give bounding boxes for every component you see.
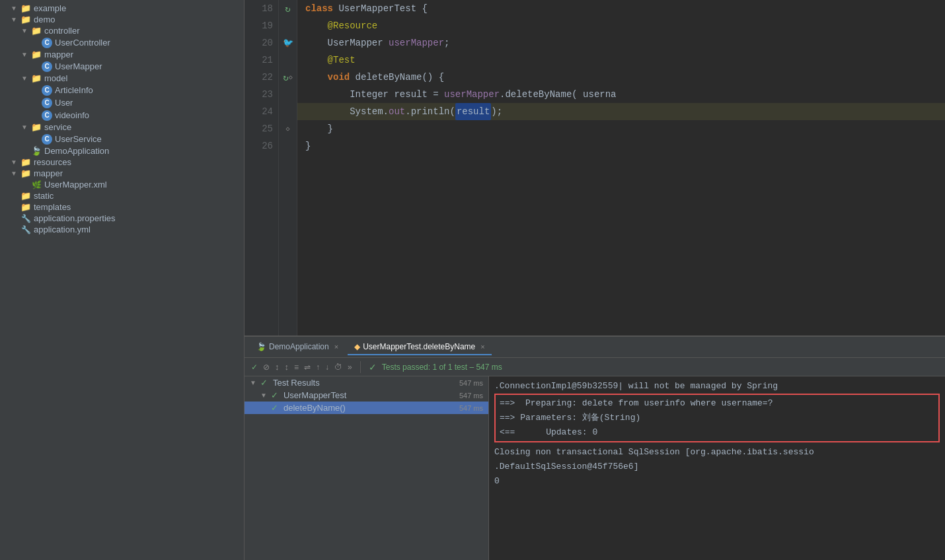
sidebar-item-ArticleInfo[interactable]: CArticleInfo xyxy=(0,84,244,96)
sidebar-item-UserController[interactable]: CUserController xyxy=(0,36,244,49)
main-area: ▼📁example▼📁demo▼📁controllerCUserControll… xyxy=(0,0,945,560)
sidebar-item-mapper-res[interactable]: ▼📁mapper xyxy=(0,168,244,179)
code-segment: userMapper xyxy=(444,86,500,103)
sidebar-item-mapper[interactable]: ▼📁mapper xyxy=(0,49,244,60)
sidebar-item-application.yml[interactable]: 🔧application.yml xyxy=(0,224,244,235)
console-line-l6: .DefaultSqlSession@45f756e6] xyxy=(494,460,940,474)
code-segment: Integer result = xyxy=(305,86,444,103)
gutter: ↻🐦↻◇◇ xyxy=(279,0,297,335)
line-number-26: 26 xyxy=(250,137,273,155)
sidebar-item-resources[interactable]: ▼📁resources xyxy=(0,157,244,168)
sidebar-item-example[interactable]: ▼📁example xyxy=(0,3,244,14)
code-segment xyxy=(305,17,328,34)
tab-UserMapperTest.deleteByName[interactable]: ◆UserMapperTest.deleteByName× xyxy=(348,339,492,355)
java-class-icon: C xyxy=(41,85,53,96)
test-arrow: ▼ xyxy=(250,379,256,386)
code-segment: ; xyxy=(444,34,449,52)
sidebar-item-static[interactable]: 📁static xyxy=(0,190,244,201)
tab-label: UserMapperTest.deleteByName xyxy=(363,342,475,351)
folder-icon: 📁 xyxy=(20,202,32,212)
tb-down-icon[interactable]: ↓ xyxy=(325,363,329,372)
folder-icon: 📁 xyxy=(30,50,42,59)
java-class-icon: C xyxy=(41,110,53,121)
tree-label: videoinfo xyxy=(55,110,89,120)
code-line-19: @Resource xyxy=(297,17,945,34)
run-gutter-icon[interactable]: ↻ xyxy=(283,72,288,83)
gutter-cell-22: ↻◇ xyxy=(279,69,297,86)
code-line-23: Integer result = userMapper.deleteByName… xyxy=(297,86,945,103)
arrow-gutter-icon: ◇ xyxy=(285,125,289,133)
sidebar-item-UserService[interactable]: CUserService xyxy=(0,133,244,145)
tab-close-icon[interactable]: × xyxy=(334,343,338,351)
code-segment: } xyxy=(305,120,333,137)
sidebar-item-templates[interactable]: 📁templates xyxy=(0,201,244,213)
code-segment: UserMapper xyxy=(305,34,389,52)
tb-split-icon[interactable]: ⇌ xyxy=(304,363,311,372)
java-class-icon: C xyxy=(41,133,53,145)
tb-sort1-icon[interactable]: ↕ xyxy=(275,362,280,372)
console-line-l1: .ConnectionImpl@59b32559| will not be ma… xyxy=(494,379,940,394)
sidebar-item-DemoApplication[interactable]: 🍃DemoApplication xyxy=(0,145,244,157)
line-number-21: 21 xyxy=(250,52,273,69)
sidebar-item-controller[interactable]: ▼📁controller xyxy=(0,25,244,36)
tree-label: model xyxy=(44,73,67,83)
yaml-icon: 🔧 xyxy=(20,225,32,234)
test-node-root[interactable]: ▼✓Test Results547 ms xyxy=(245,376,488,389)
tb-sort2-icon[interactable]: ↕ xyxy=(285,362,289,372)
folder-icon: 📁 xyxy=(30,73,42,83)
tree-arrow: ▼ xyxy=(11,158,20,166)
console-line-l3: ==> Parameters: 刘备(String) xyxy=(500,411,934,425)
test-pass-icon: ✓ xyxy=(369,362,377,372)
test-duration: 547 ms xyxy=(459,392,486,400)
run-gutter-icon[interactable]: ↻ xyxy=(285,3,290,15)
line-number-24: 24 xyxy=(250,103,273,120)
code-line-20: UserMapper userMapper; xyxy=(297,34,945,52)
tab-close-icon[interactable]: × xyxy=(480,343,484,351)
test-label: deleteByName() xyxy=(284,403,346,413)
gutter-cell-20: 🐦 xyxy=(279,34,297,52)
test-arrow: ▼ xyxy=(260,392,267,399)
tab-test-icon: ◆ xyxy=(354,342,360,351)
test-duration: 547 ms xyxy=(459,404,486,412)
tree-arrow: ▼ xyxy=(11,5,20,12)
tb-more-icon[interactable]: » xyxy=(348,363,352,372)
sidebar-item-UserMapper[interactable]: CUserMapper xyxy=(0,60,244,73)
tb-align-icon[interactable]: ≡ xyxy=(294,363,299,372)
code-segment: class xyxy=(305,0,333,17)
tb-stop-icon[interactable]: ⊘ xyxy=(263,363,270,372)
tree-label: controller xyxy=(44,26,79,36)
sidebar-item-videoinfo[interactable]: Cvideoinfo xyxy=(0,109,244,122)
sidebar-item-demo[interactable]: ▼📁demo xyxy=(0,14,244,25)
folder-icon: 📁 xyxy=(20,157,32,167)
test-check-icon: ✓ xyxy=(271,390,278,400)
tree-label: mapper xyxy=(34,168,63,178)
test-node-deleteByName[interactable]: ✓deleteByName()547 ms xyxy=(245,402,488,414)
test-check-icon: ✓ xyxy=(260,378,268,388)
code-lines: class UserMapperTest { @Resource UserMap… xyxy=(297,0,945,335)
test-node-UserMapperTest[interactable]: ▼✓UserMapperTest547 ms xyxy=(245,389,488,402)
project-sidebar: ▼📁example▼📁demo▼📁controllerCUserControll… xyxy=(0,0,245,560)
code-segment: System. xyxy=(305,103,389,120)
tb-check-icon[interactable]: ✓ xyxy=(251,363,258,372)
tab-DemoApplication[interactable]: 🍃DemoApplication× xyxy=(250,339,345,355)
sidebar-item-application.properties[interactable]: 🔧application.properties xyxy=(0,213,244,224)
test-label: UserMapperTest xyxy=(284,390,346,400)
sidebar-item-User[interactable]: CUser xyxy=(0,96,244,109)
tree-arrow: ▼ xyxy=(11,170,20,177)
sidebar-item-service[interactable]: ▼📁service xyxy=(0,122,244,133)
gutter-cell-26 xyxy=(279,137,297,155)
properties-icon: 🔧 xyxy=(20,214,32,223)
tab-app-icon: 🍃 xyxy=(256,342,266,351)
tree-label: DemoApplication xyxy=(44,146,109,156)
gutter-cell-24 xyxy=(279,103,297,120)
tree-arrow: ▼ xyxy=(11,16,20,23)
code-segment: @Resource xyxy=(328,17,378,34)
tb-clock-icon[interactable]: ⏱ xyxy=(334,363,342,372)
sidebar-item-model[interactable]: ▼📁model xyxy=(0,73,244,84)
tb-up-icon[interactable]: ↑ xyxy=(316,363,320,372)
sidebar-item-UserMapper.xml[interactable]: 🌿UserMapper.xml xyxy=(0,179,244,190)
tree-label: UserService xyxy=(55,134,102,144)
line-number-23: 23 xyxy=(250,86,273,103)
gutter-cell-25: ◇ xyxy=(279,120,297,137)
folder-icon: 📁 xyxy=(20,168,32,178)
